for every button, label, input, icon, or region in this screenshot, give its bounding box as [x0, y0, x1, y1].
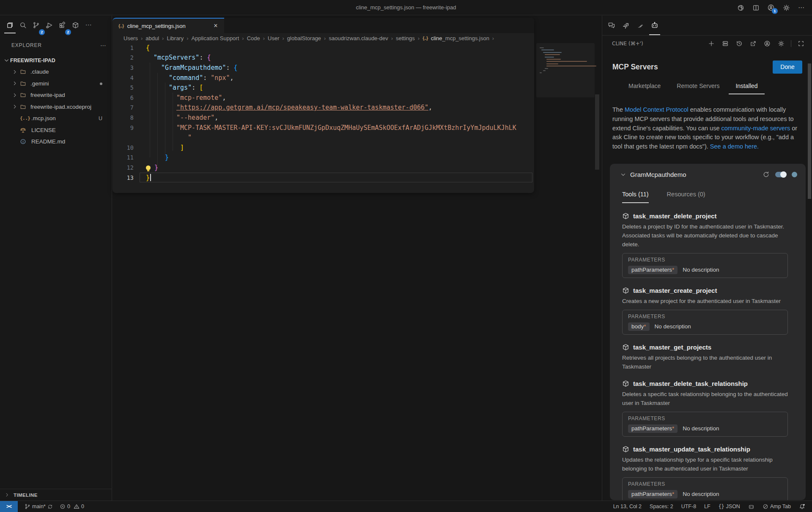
- timeline-section[interactable]: TIMELINE: [0, 489, 112, 501]
- tool-cube-icon: [622, 446, 629, 453]
- account-icon[interactable]: 1: [766, 3, 776, 12]
- tree-item-freewrite-ipad[interactable]: freewrite-ipad: [0, 89, 112, 101]
- braces-icon: {}: [719, 504, 724, 509]
- activity-search-icon[interactable]: [16, 17, 30, 33]
- language-mode-status[interactable]: {} JSON: [716, 502, 743, 511]
- tree-item-license[interactable]: LICENSE: [0, 124, 112, 136]
- breadcrumb-item[interactable]: Library: [167, 35, 184, 41]
- link-community-servers[interactable]: community-made servers: [721, 125, 790, 132]
- breadcrumb-item[interactable]: saoudrizwan.claude-dev: [329, 35, 388, 41]
- license-scales-icon: [20, 127, 29, 133]
- link-model-context-protocol[interactable]: Model Context Protocol: [625, 106, 689, 113]
- tool-cube-icon: [622, 212, 629, 220]
- code-editor[interactable]: 1{ 2"mcpServers": { 3"GramMcpauthdemo": …: [112, 43, 534, 193]
- tree-item-gemini[interactable]: .gemini: [0, 78, 112, 90]
- explorer-sidebar: 2 2 ⋯ EXPLORER ⋯ FREEWRITE-IPAD: [0, 16, 112, 501]
- notifications-bell-icon[interactable]: [796, 502, 808, 511]
- activity-extensions-icon[interactable]: 2: [56, 17, 69, 33]
- tab-installed[interactable]: Installed: [729, 77, 764, 94]
- server-enabled-toggle[interactable]: [775, 172, 786, 177]
- param-chip: pathParameters*: [628, 424, 678, 433]
- editor-scrollbar[interactable]: [595, 94, 599, 170]
- amp-tab-status[interactable]: Amp Tab: [760, 502, 793, 511]
- problems-status[interactable]: 0 0: [57, 502, 87, 511]
- more-actions-icon[interactable]: ⋯: [797, 3, 806, 12]
- remote-indicator[interactable]: ><: [0, 501, 18, 512]
- tree-item-readme[interactable]: README.md: [0, 136, 112, 148]
- panel-scrollbar[interactable]: [808, 63, 811, 199]
- chevron-down-icon: [3, 57, 10, 63]
- settings-gear-icon[interactable]: [776, 39, 786, 49]
- breadcrumb-item[interactable]: Users: [123, 35, 138, 41]
- breadcrumb-item[interactable]: settings: [396, 35, 415, 41]
- modified-dot: [100, 83, 102, 85]
- breadcrumb-item[interactable]: User: [268, 35, 279, 41]
- chevron-down-icon[interactable]: [620, 171, 626, 178]
- error-icon: [60, 504, 66, 509]
- eol-status[interactable]: LF: [702, 502, 713, 511]
- tab-remote-servers[interactable]: Remote Servers: [670, 77, 726, 94]
- code-line: 12}: [112, 162, 534, 173]
- settings-gear-icon[interactable]: [782, 3, 791, 12]
- tree-item-xcodeproj[interactable]: freewrite-ipad.xcodeproj: [0, 101, 112, 113]
- expand-icon[interactable]: [796, 39, 806, 49]
- code-line-current: 13}: [112, 173, 534, 183]
- new-task-icon[interactable]: [706, 39, 716, 49]
- copilot-status-icon[interactable]: [746, 502, 757, 511]
- kangaroo-view-icon[interactable]: [633, 16, 647, 35]
- tool-name: task_master_update_task_relationship: [633, 446, 750, 453]
- tool-cube-icon: [622, 380, 629, 387]
- server-tabs: Tools (11) Resources (0): [622, 191, 806, 199]
- link-demo[interactable]: See a demo here.: [710, 143, 759, 150]
- minimap[interactable]: [536, 43, 595, 97]
- breadcrumb-item[interactable]: Application Support: [192, 35, 239, 41]
- tool-description: Deletes a project by ID for the authenti…: [622, 222, 788, 249]
- divider: [791, 40, 791, 47]
- fast-forward-view-icon[interactable]: [619, 16, 633, 35]
- indentation-status[interactable]: Spaces: 2: [647, 502, 676, 511]
- encoding-status[interactable]: UTF-8: [679, 502, 699, 511]
- done-button[interactable]: Done: [773, 61, 802, 74]
- activity-more-icon[interactable]: ⋯: [82, 17, 95, 33]
- tree-item-mcp-json[interactable]: {..} .mcp.json U: [0, 113, 112, 124]
- parameters-box: PARAMETERS body* No description: [622, 310, 788, 335]
- tree-root-freewrite-ipad[interactable]: FREEWRITE-IPAD: [0, 55, 112, 66]
- sync-icon: [47, 504, 53, 509]
- tab-tools[interactable]: Tools (11): [622, 191, 649, 199]
- breadcrumb-item[interactable]: Code: [247, 35, 260, 41]
- tab-marketplace[interactable]: Marketplace: [622, 77, 667, 94]
- close-icon[interactable]: ×: [211, 22, 220, 30]
- breadcrumb-file[interactable]: cline_mcp_settings.json: [431, 35, 489, 41]
- panel-view-icons: [602, 16, 812, 36]
- copilot-icon[interactable]: [736, 3, 745, 12]
- breadcrumb-item[interactable]: globalStorage: [287, 35, 321, 41]
- activity-run-debug-icon[interactable]: [43, 17, 56, 33]
- cline-robot-view-icon[interactable]: [647, 16, 662, 35]
- title-bar: cline_mcp_settings.json — freewrite-ipad…: [0, 0, 812, 15]
- open-in-editor-icon[interactable]: [748, 39, 758, 49]
- account-icon[interactable]: [762, 39, 772, 49]
- tree-item-claude[interactable]: .claude: [0, 66, 112, 78]
- tab-cline-mcp-settings[interactable]: {..} cline_mcp_settings.json ×: [112, 18, 224, 33]
- breadcrumb-item[interactable]: abdul: [145, 35, 159, 41]
- activity-source-control-icon[interactable]: 2: [30, 17, 43, 33]
- breadcrumb: Users› abdul› Library› Application Suppo…: [123, 33, 494, 43]
- history-icon[interactable]: [734, 39, 744, 49]
- split-editor-icon[interactable]: [751, 3, 760, 12]
- chevron-right-icon: [12, 80, 19, 86]
- chat-view-icon[interactable]: [604, 16, 619, 35]
- activity-explorer-icon[interactable]: [3, 17, 16, 33]
- activity-remote-explorer-icon[interactable]: [69, 17, 82, 33]
- json-file-icon: {..}: [20, 116, 29, 121]
- window-title: cline_mcp_settings.json — freewrite-ipad: [0, 0, 812, 15]
- tool-item: task_master_create_project Creates a new…: [622, 286, 788, 335]
- folder-icon: [20, 69, 27, 75]
- lightbulb-icon[interactable]: [146, 165, 151, 170]
- tab-resources[interactable]: Resources (0): [667, 191, 705, 199]
- restart-server-icon[interactable]: [763, 171, 770, 178]
- code-line: 11}: [112, 153, 534, 163]
- git-branch-status[interactable]: main*: [22, 502, 55, 511]
- explorer-more-icon[interactable]: ⋯: [100, 42, 107, 49]
- mcp-servers-icon[interactable]: [720, 39, 730, 49]
- cursor-position-status[interactable]: Ln 13, Col 2: [611, 502, 644, 511]
